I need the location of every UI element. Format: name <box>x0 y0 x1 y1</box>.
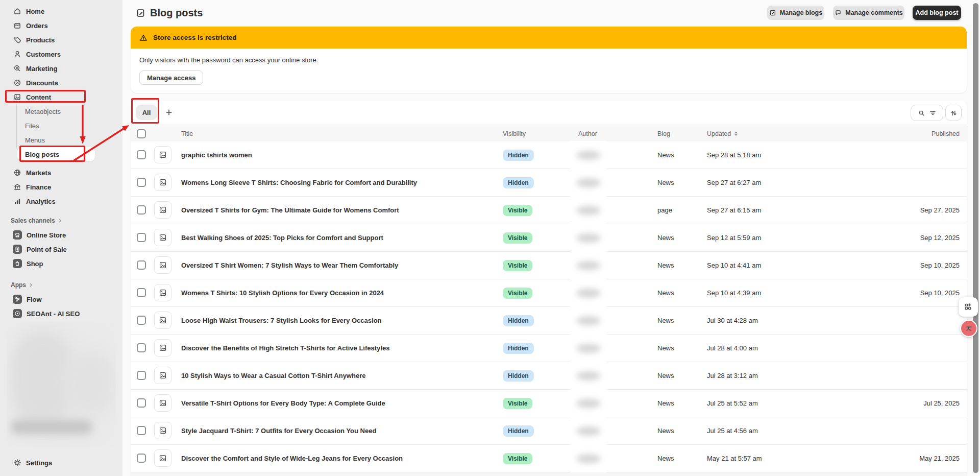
post-title: Womens Long Sleeve T Shirts: Choosing Fa… <box>181 169 417 196</box>
sidebar-app-item[interactable]: Flow <box>0 292 122 306</box>
blog-post-row[interactable]: Oversized T Shirt Women: 7 Stylish Ways … <box>131 252 967 279</box>
author-redacted-blur <box>576 399 601 408</box>
add-view-button[interactable] <box>161 105 177 120</box>
published-date: Sep 10, 2025 <box>920 279 960 306</box>
author-cell <box>570 169 606 197</box>
search-filter-button[interactable] <box>911 105 943 121</box>
visibility-badge: Hidden <box>503 370 534 382</box>
post-thumbnail <box>154 394 172 412</box>
row-checkbox[interactable] <box>137 205 146 215</box>
row-checkbox[interactable] <box>137 426 146 435</box>
blog-name: News <box>657 335 674 362</box>
grid-plus-icon <box>964 302 973 312</box>
blog-name: News <box>657 417 674 444</box>
sidebar-app-label: SEOAnt - AI SEO <box>27 310 80 318</box>
row-checkbox[interactable] <box>137 178 146 187</box>
row-checkbox[interactable] <box>137 371 146 380</box>
sidebar-nav-item[interactable]: Products <box>0 33 122 47</box>
seoant-icon <box>13 309 22 318</box>
sidebar-nav-item[interactable]: Orders <box>0 18 122 33</box>
row-checkbox[interactable] <box>137 288 146 297</box>
author-cell <box>570 251 606 279</box>
visibility-badge: Visible <box>503 288 532 299</box>
vertical-scrollbar[interactable] <box>973 3 978 473</box>
column-header-visibility[interactable]: Visibility <box>503 125 526 142</box>
column-header-author[interactable]: Author <box>578 125 597 142</box>
add-blog-post-button[interactable]: Add blog post <box>913 6 961 20</box>
row-checkbox[interactable] <box>137 233 146 242</box>
manage-blogs-button[interactable]: Manage blogs <box>767 6 824 20</box>
image-placeholder-icon <box>159 178 167 186</box>
sidebar-nav-item[interactable]: Customers <box>0 47 122 61</box>
column-header-title[interactable]: Title <box>181 125 193 142</box>
translate-icon <box>964 324 973 333</box>
blog-post-row[interactable]: Oversized T Shirts for Gym: The Ultimate… <box>131 197 967 224</box>
sidebar-channel-item[interactable]: Point of Sale <box>0 242 122 256</box>
partial-row[interactable]: Visible <box>131 472 967 476</box>
row-checkbox[interactable] <box>137 150 146 159</box>
column-header-blog[interactable]: Blog <box>657 125 670 142</box>
blog-post-row[interactable]: Best Walking Shoes of 2025: Top Picks fo… <box>131 224 967 252</box>
blog-post-row[interactable]: Womens Long Sleeve T Shirts: Choosing Fa… <box>131 169 967 197</box>
sidebar-nav-item[interactable]: Analytics <box>0 194 122 208</box>
manage-access-button[interactable]: Manage access <box>139 70 203 85</box>
author-redacted-blur <box>576 233 601 243</box>
sidebar-subitem[interactable]: Metaobjects <box>0 104 122 118</box>
translate-widget-button[interactable] <box>960 320 977 337</box>
updated-date: Sep 28 at 5:18 am <box>707 141 761 169</box>
updated-date: Sep 27 at 6:27 am <box>707 169 761 196</box>
row-checkbox[interactable] <box>137 454 146 463</box>
sidebar-nav-item[interactable]: Marketing <box>0 61 122 76</box>
sidebar-channel-item[interactable]: Online Store <box>0 228 122 242</box>
author-cell <box>570 389 606 417</box>
row-checkbox[interactable] <box>137 343 146 352</box>
published-date: Sep 12, 2025 <box>920 224 960 251</box>
apps-widget-button[interactable] <box>959 297 978 317</box>
post-title: Versatile T-Shirt Options for Every Body… <box>181 390 385 417</box>
home-icon <box>13 7 21 15</box>
column-header-updated[interactable]: Updated <box>707 125 739 142</box>
sidebar-nav-item[interactable]: Home <box>0 4 122 18</box>
post-thumbnail <box>154 229 172 246</box>
sidebar-app-item[interactable]: SEOAnt - AI SEO <box>0 306 122 321</box>
search-icon <box>918 109 925 117</box>
table-body: graphic tshirts women Hidden News Sep 28… <box>131 141 967 476</box>
post-title: Womens T Shirts: 10 Stylish Options for … <box>181 279 384 306</box>
sales-channels-label: Sales channels <box>11 217 55 224</box>
blog-post-row[interactable]: Discover the Comfort and Style of Wide-L… <box>131 445 967 472</box>
apps-section[interactable]: Apps <box>0 279 122 291</box>
sort-button[interactable] <box>945 105 962 121</box>
post-title: Discover the Comfort and Style of Wide-L… <box>181 445 403 472</box>
column-header-published[interactable]: Published <box>932 125 960 142</box>
blog-post-row[interactable]: graphic tshirts women Hidden News Sep 28… <box>131 141 967 169</box>
blog-post-row[interactable]: 10 Stylish Ways to Wear a Casual Cotton … <box>131 362 967 390</box>
row-checkbox[interactable] <box>137 316 146 325</box>
blog-post-row[interactable]: Versatile T-Shirt Options for Every Body… <box>131 390 967 417</box>
select-all-checkbox[interactable] <box>137 129 146 138</box>
blog-post-row[interactable]: Womens T Shirts: 10 Stylish Options for … <box>131 279 967 307</box>
warning-triangle-icon <box>139 34 148 42</box>
author-redacted-blur <box>576 454 601 463</box>
sidebar-nav-item[interactable]: Markets <box>0 165 122 180</box>
blog-name: page <box>657 197 672 224</box>
blog-post-row[interactable]: Discover the Benefits of High Stretch T-… <box>131 335 967 362</box>
author-cell <box>570 196 606 224</box>
sales-channels-section[interactable]: Sales channels <box>0 215 122 227</box>
blog-post-row[interactable]: Style Jacquard T-Shirt: 7 Outfits for Ev… <box>131 417 967 445</box>
row-checkbox[interactable] <box>137 260 146 270</box>
sidebar-channel-item[interactable]: Shop <box>0 256 122 271</box>
sidebar-settings-item[interactable]: Settings <box>0 456 122 470</box>
blog-post-row[interactable]: Loose High Waist Trousers: 7 Stylish Loo… <box>131 307 967 335</box>
manage-comments-button[interactable]: Manage comments <box>833 6 904 20</box>
author-cell <box>570 334 606 362</box>
products-icon <box>13 36 21 44</box>
row-checkbox[interactable] <box>137 398 146 408</box>
post-thumbnail <box>154 449 172 467</box>
visibility-badge: Visible <box>503 205 532 216</box>
filter-icon <box>929 109 937 117</box>
sidebar-nav-item[interactable]: Finance <box>0 180 122 194</box>
sort-arrows-icon <box>950 109 958 117</box>
store-icon <box>13 230 22 240</box>
sidebar-nav-item[interactable]: Discounts <box>0 76 122 90</box>
author-redacted-blur <box>576 261 601 270</box>
